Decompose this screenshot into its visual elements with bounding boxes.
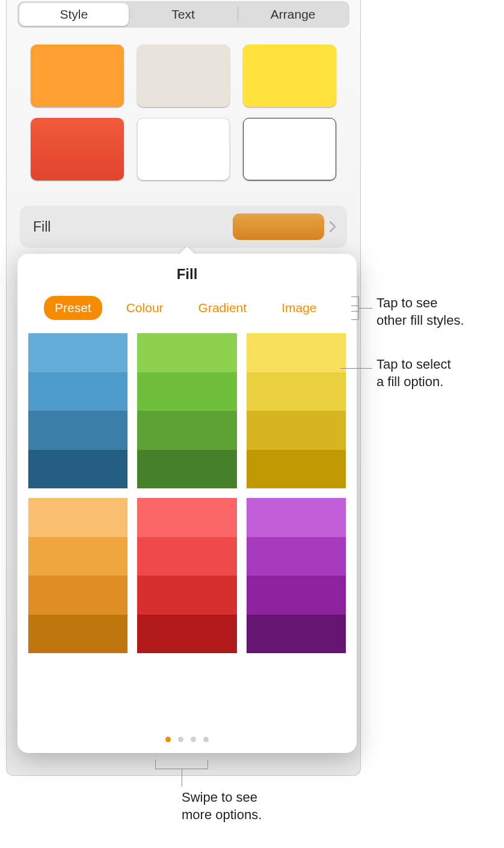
preset-swatch[interactable] <box>28 615 128 654</box>
fill-tab-preset-label: Preset <box>55 301 91 315</box>
page-dot <box>191 737 196 742</box>
preset-swatch-group <box>28 333 128 488</box>
preset-swatch[interactable] <box>247 450 346 489</box>
callout-connector <box>155 760 156 769</box>
page-dot <box>165 737 171 742</box>
preset-swatch[interactable] <box>28 537 128 576</box>
shape-style-swatch[interactable] <box>137 118 230 180</box>
svg-marker-0 <box>179 247 195 255</box>
shape-style-swatch[interactable] <box>31 45 124 107</box>
tab-arrange-label: Arrange <box>271 7 316 22</box>
preset-swatch[interactable] <box>137 450 236 489</box>
fill-tab-colour[interactable]: Colour <box>115 296 174 320</box>
preset-swatch[interactable] <box>28 372 128 411</box>
preset-grid-wrap[interactable] <box>17 320 357 653</box>
callout-connector <box>359 308 372 309</box>
callout-option: Tap to select a fill option. <box>376 356 451 390</box>
fill-popover: Fill Preset Colour Gradient Image <box>17 254 357 753</box>
shape-style-swatch[interactable] <box>243 118 336 180</box>
callout-text: a fill option. <box>376 373 451 391</box>
fill-row-label: Fill <box>33 219 233 235</box>
preset-swatch-group <box>137 333 236 488</box>
shape-style-swatch[interactable] <box>31 118 124 180</box>
callout-text: more options. <box>182 807 262 824</box>
callout-connector <box>351 319 358 320</box>
tab-style[interactable]: Style <box>19 3 129 26</box>
preset-swatch[interactable] <box>137 411 236 450</box>
callout-connector <box>351 306 358 306</box>
page-dot <box>178 737 183 742</box>
tab-text[interactable]: Text <box>129 3 238 26</box>
fill-tab-colour-label: Colour <box>126 301 164 315</box>
preset-swatch[interactable] <box>137 498 236 537</box>
preset-swatch[interactable] <box>28 333 128 372</box>
callout-connector <box>340 368 372 369</box>
preset-swatch-group <box>28 498 128 653</box>
fill-type-tabs: Preset Colour Gradient Image <box>17 283 357 320</box>
preset-swatch[interactable] <box>137 576 236 615</box>
preset-swatch[interactable] <box>137 333 236 372</box>
shape-style-swatch[interactable] <box>137 45 230 107</box>
shape-style-grid <box>7 28 360 186</box>
preset-swatch[interactable] <box>137 615 236 654</box>
callout-text: Tap to select <box>376 356 451 373</box>
preset-grid <box>28 333 346 653</box>
callout-text: Tap to see <box>376 295 464 312</box>
preset-swatch[interactable] <box>247 498 346 537</box>
fill-row[interactable]: Fill <box>20 206 347 248</box>
preset-swatch[interactable] <box>28 450 128 489</box>
callout-tabs: Tap to see other fill styles. <box>376 295 464 329</box>
preset-swatch[interactable] <box>247 576 346 615</box>
preset-swatch[interactable] <box>247 411 346 450</box>
page-indicator[interactable] <box>17 737 357 742</box>
preset-swatch[interactable] <box>28 411 128 450</box>
callout-connector <box>351 311 358 312</box>
preset-swatch[interactable] <box>247 333 346 372</box>
callout-text: other fill styles. <box>376 312 464 330</box>
fill-color-preview[interactable] <box>233 214 324 240</box>
preset-swatch[interactable] <box>247 537 346 576</box>
shape-style-swatch[interactable] <box>243 45 336 107</box>
preset-swatch[interactable] <box>137 372 236 411</box>
fill-tab-gradient[interactable]: Gradient <box>188 296 258 320</box>
format-panel: Style Text Arrange Fill Fill Preset Colo… <box>6 0 361 776</box>
callout-text: Swipe to see <box>182 789 262 807</box>
tab-text-label: Text <box>171 7 195 22</box>
tab-arrange[interactable]: Arrange <box>238 3 348 26</box>
chevron-right-icon <box>324 221 341 232</box>
tab-style-label: Style <box>60 7 88 22</box>
callout-connector <box>351 296 358 297</box>
fill-tab-image-label: Image <box>281 301 316 315</box>
fill-tab-image[interactable]: Image <box>271 296 327 320</box>
preset-swatch-group <box>137 498 236 653</box>
preset-swatch-group <box>247 333 346 488</box>
preset-swatch[interactable] <box>247 372 346 411</box>
popover-arrow-icon <box>179 247 195 255</box>
preset-swatch[interactable] <box>247 615 346 654</box>
fill-tab-gradient-label: Gradient <box>198 301 247 315</box>
page-dot <box>203 737 209 742</box>
preset-swatch[interactable] <box>28 576 128 615</box>
preset-swatch-group <box>247 498 346 653</box>
segmented-control: Style Text Arrange <box>17 1 349 28</box>
popover-title: Fill <box>17 254 357 283</box>
fill-tab-preset[interactable]: Preset <box>44 296 102 320</box>
preset-swatch[interactable] <box>28 498 128 537</box>
callout-swipe: Swipe to see more options. <box>182 789 262 823</box>
preset-swatch[interactable] <box>137 537 236 576</box>
callout-connector <box>207 760 208 769</box>
callout-connector <box>182 769 182 787</box>
